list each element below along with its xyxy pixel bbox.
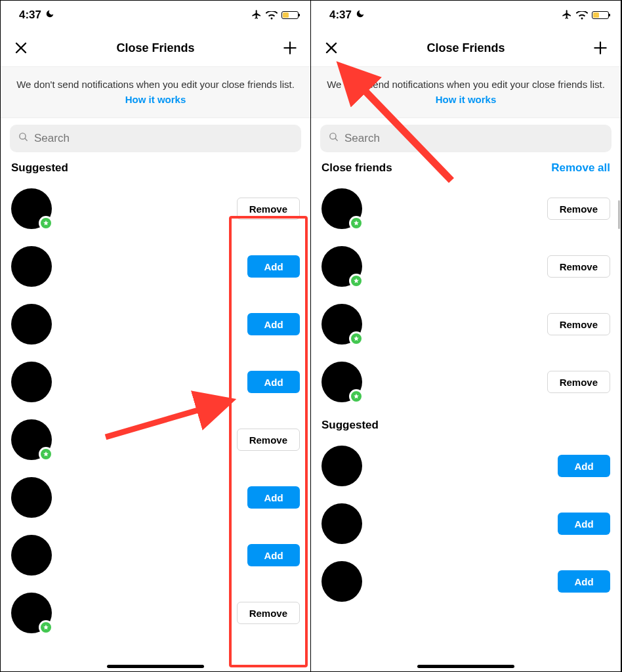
add-button[interactable]: Add <box>558 570 610 593</box>
status-time: 4:37 <box>329 9 352 22</box>
banner-text: We don't send notifications when you edi… <box>16 79 295 90</box>
search-input[interactable] <box>320 125 612 152</box>
status-bar: 4:37 <box>1 1 310 30</box>
avatar[interactable] <box>321 561 362 602</box>
section-title: Close friends <box>321 161 392 175</box>
add-button[interactable]: Add <box>247 371 300 393</box>
close-button[interactable] <box>321 38 341 58</box>
airplane-mode-icon <box>251 9 262 22</box>
list-item: Add <box>321 553 610 610</box>
section-title: Suggested <box>11 161 68 175</box>
battery-icon <box>281 11 299 19</box>
close-friend-badge-icon <box>39 447 53 461</box>
section-header-suggested: Suggested <box>311 411 621 437</box>
scrollbar[interactable] <box>618 200 620 229</box>
avatar[interactable] <box>11 304 52 345</box>
status-time: 4:37 <box>19 9 41 22</box>
wifi-icon <box>266 11 278 20</box>
list-item: Remove <box>321 353 610 411</box>
how-it-works-link[interactable]: How it works <box>436 94 497 105</box>
add-button[interactable] <box>591 38 610 58</box>
banner-text: We don't send notifications when you edi… <box>327 79 605 90</box>
avatar[interactable] <box>321 503 362 544</box>
list-item: Add <box>321 495 610 553</box>
close-friend-badge-icon <box>349 331 363 346</box>
avatar[interactable] <box>11 593 52 633</box>
avatar[interactable] <box>321 246 362 287</box>
list-item: Remove <box>11 584 300 642</box>
list-item: Add <box>11 295 300 353</box>
list-item: Remove <box>11 180 300 238</box>
avatar[interactable] <box>11 362 52 402</box>
avatar[interactable] <box>321 362 362 402</box>
search-field[interactable] <box>344 132 604 145</box>
remove-button[interactable]: Remove <box>237 198 300 220</box>
nav-bar: Close Friends <box>1 30 310 66</box>
search-input[interactable] <box>10 125 301 152</box>
avatar[interactable] <box>321 304 362 345</box>
pane-right: 4:37 Close Friends We don't send notific… <box>311 1 621 672</box>
remove-button[interactable]: Remove <box>547 255 610 278</box>
remove-button[interactable]: Remove <box>547 198 610 220</box>
add-button[interactable]: Add <box>247 486 300 509</box>
avatar[interactable] <box>11 188 52 229</box>
how-it-works-link[interactable]: How it works <box>125 94 186 105</box>
remove-all-link[interactable]: Remove all <box>551 161 610 175</box>
avatar[interactable] <box>11 535 52 576</box>
list-item: Add <box>11 238 300 295</box>
list-item: Add <box>11 526 300 584</box>
suggested-list: Add Add Add <box>311 437 621 610</box>
list-item: Add <box>321 437 610 495</box>
close-friend-badge-icon <box>349 389 363 404</box>
close-friend-badge-icon <box>349 216 363 230</box>
search-icon <box>328 131 339 146</box>
do-not-disturb-icon <box>45 9 54 20</box>
section-header-suggested: Suggested <box>1 159 310 180</box>
close-friend-badge-icon <box>349 274 363 288</box>
home-indicator <box>417 665 514 668</box>
suggested-list: Remove Add Add Add Remove <box>1 180 310 642</box>
search-field[interactable] <box>34 132 293 145</box>
search-icon <box>18 131 29 146</box>
remove-button[interactable]: Remove <box>547 371 610 393</box>
section-title: Suggested <box>321 419 379 432</box>
add-button[interactable] <box>280 38 300 58</box>
add-button[interactable]: Add <box>558 455 610 477</box>
home-indicator <box>107 665 204 668</box>
pane-left: 4:37 Close Friends We don't send notific… <box>1 1 311 672</box>
avatar[interactable] <box>11 477 52 518</box>
remove-button[interactable]: Remove <box>237 429 300 451</box>
avatar[interactable] <box>11 419 52 460</box>
close-button[interactable] <box>11 38 31 58</box>
add-button[interactable]: Add <box>247 544 300 566</box>
section-header-close-friends: Close friends Remove all <box>311 159 621 180</box>
avatar[interactable] <box>11 246 52 287</box>
list-item: Remove <box>321 295 610 353</box>
close-friends-list: Remove Remove Remove Remove <box>311 180 621 411</box>
list-item: Add <box>11 353 300 411</box>
avatar[interactable] <box>321 446 362 486</box>
remove-button[interactable]: Remove <box>547 313 610 335</box>
info-banner: We don't send notifications when you edi… <box>1 66 310 118</box>
avatar[interactable] <box>321 188 362 229</box>
add-button[interactable]: Add <box>558 513 610 535</box>
battery-icon <box>592 11 609 19</box>
page-title: Close Friends <box>311 41 621 55</box>
close-friend-badge-icon <box>39 620 53 635</box>
close-friend-badge-icon <box>39 216 53 230</box>
wifi-icon <box>576 11 588 20</box>
airplane-mode-icon <box>562 9 572 22</box>
list-item: Remove <box>11 411 300 469</box>
page-title: Close Friends <box>1 41 310 55</box>
remove-button[interactable]: Remove <box>237 602 300 624</box>
list-item: Add <box>11 469 300 526</box>
info-banner: We don't send notifications when you edi… <box>311 66 621 118</box>
add-button[interactable]: Add <box>247 313 300 335</box>
status-bar: 4:37 <box>311 1 621 30</box>
list-item: Remove <box>321 180 610 238</box>
add-button[interactable]: Add <box>247 255 300 278</box>
do-not-disturb-icon <box>356 9 365 20</box>
nav-bar: Close Friends <box>311 30 621 66</box>
list-item: Remove <box>321 238 610 295</box>
